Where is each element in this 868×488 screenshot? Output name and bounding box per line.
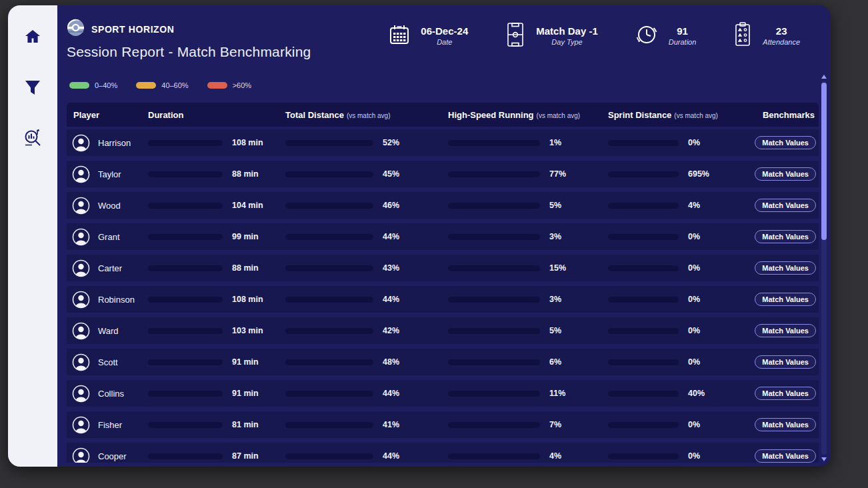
scroll-down-arrow-icon[interactable] (821, 457, 827, 461)
player-cell: Scott (67, 353, 148, 371)
match-values-button[interactable]: Match Values (755, 387, 816, 400)
stat-duration-value: 91 (677, 25, 688, 38)
player-cell: Carter (67, 259, 148, 277)
duration-bar (148, 453, 223, 459)
hsr-bar (448, 203, 540, 209)
search-analytics-icon (23, 128, 43, 148)
player-cell: Fisher (67, 416, 148, 434)
hsr-cell: 5% (448, 201, 608, 210)
col-header-duration: Duration (148, 110, 285, 120)
match-values-button[interactable]: Match Values (755, 230, 816, 243)
duration-value: 108 min (232, 138, 263, 147)
benchmarks-cell: Match Values (756, 136, 819, 149)
player-avatar-icon (72, 228, 90, 246)
col-header-hsr: High-Speed Running(vs match avg) (448, 110, 608, 120)
total-distance-value: 45% (383, 169, 399, 179)
total-distance-bar (285, 297, 373, 303)
legend-label: 0–40% (95, 81, 117, 89)
duration-value: 88 min (232, 169, 259, 179)
duration-cell: 87 min (148, 451, 285, 461)
match-values-button[interactable]: Match Values (755, 324, 816, 337)
benchmarks-cell: Match Values (756, 355, 819, 369)
sprint-distance-cell: 0% (608, 295, 756, 304)
stat-attendance-label: Attendance (763, 38, 800, 47)
total-distance-cell: 44% (285, 232, 448, 241)
duration-bar (148, 422, 223, 428)
sprint-distance-cell: 0% (608, 232, 756, 241)
sidebar (8, 5, 57, 467)
player-avatar-icon (72, 291, 90, 309)
total-distance-cell: 48% (285, 357, 448, 367)
total-distance-value: 41% (383, 420, 399, 429)
total-distance-bar (285, 171, 373, 177)
hsr-cell: 4% (448, 451, 608, 461)
table-header: Player Duration Total Distance(vs match … (67, 103, 819, 127)
benchmarks-cell: Match Values (756, 261, 819, 275)
duration-cell: 99 min (148, 232, 285, 241)
duration-value: 108 min (232, 295, 263, 304)
match-values-button[interactable]: Match Values (755, 199, 816, 212)
hsr-cell: 11% (448, 389, 608, 398)
sprint-distance-value: 0% (688, 232, 700, 241)
player-avatar-icon (72, 322, 90, 340)
hsr-bar (448, 265, 540, 271)
benchmarks-cell: Match Values (756, 387, 819, 400)
stat-date-value: 06-Dec-24 (421, 25, 468, 38)
table-row: Ward 103 min 42% 5% 0% Match Values (67, 317, 819, 344)
hsr-bar (448, 328, 540, 334)
total-distance-cell: 44% (285, 295, 448, 304)
scrollbar-thumb[interactable] (821, 83, 827, 240)
legend-color-pill (69, 82, 89, 89)
player-avatar-icon (72, 385, 90, 403)
hsr-bar (448, 422, 540, 428)
app-window: SPORT HORIZON Session Report - Match Ben… (8, 5, 831, 467)
duration-cell: 88 min (148, 263, 285, 273)
stat-day-type-label: Day Type (551, 38, 582, 47)
benchmarks-cell: Match Values (756, 293, 819, 306)
match-values-button[interactable]: Match Values (755, 449, 816, 463)
stat-attendance: 23 Attendance (732, 21, 800, 51)
duration-bar (148, 328, 223, 334)
hsr-bar (448, 359, 540, 365)
match-values-button[interactable]: Match Values (755, 418, 816, 431)
hsr-bar (448, 391, 540, 397)
stat-date-label: Date (437, 38, 452, 47)
table-body: Harrison 108 min 52% 1% 0% Match Values (67, 129, 819, 463)
sprint-distance-bar (608, 297, 679, 303)
hsr-cell: 7% (448, 420, 608, 429)
sidebar-item-search-analytics[interactable] (21, 127, 44, 149)
match-values-button[interactable]: Match Values (755, 261, 816, 275)
duration-bar (148, 171, 223, 177)
sprint-distance-value: 695% (688, 169, 709, 179)
sprint-distance-value: 0% (688, 420, 700, 429)
player-name: Scott (98, 357, 118, 367)
sidebar-item-filter[interactable] (21, 76, 44, 99)
hsr-cell: 15% (448, 263, 608, 273)
total-distance-bar (285, 328, 373, 334)
sprint-distance-cell: 0% (608, 326, 756, 335)
hsr-bar (448, 140, 540, 146)
duration-bar (148, 391, 223, 397)
table-row: Scott 91 min 48% 6% 0% Match Values (67, 349, 819, 375)
player-name: Collins (98, 389, 124, 399)
hsr-cell: 5% (448, 326, 608, 335)
total-distance-value: 42% (383, 326, 399, 335)
player-cell: Ward (67, 322, 148, 340)
match-values-button[interactable]: Match Values (755, 167, 816, 181)
home-icon (23, 27, 42, 46)
benchmark-table: Player Duration Total Distance(vs match … (67, 103, 819, 463)
duration-value: 103 min (232, 326, 263, 335)
match-values-button[interactable]: Match Values (755, 293, 816, 306)
main-panel: SPORT HORIZON Session Report - Match Ben… (57, 5, 831, 467)
scroll-up-arrow-icon[interactable] (821, 75, 827, 79)
match-values-button[interactable]: Match Values (755, 136, 816, 149)
duration-value: 88 min (232, 263, 259, 273)
total-distance-cell: 52% (285, 138, 448, 147)
table-row: Robinson 108 min 44% 3% 0% Match Values (67, 286, 819, 313)
hsr-cell: 1% (448, 138, 608, 147)
total-distance-cell: 44% (285, 389, 448, 398)
sidebar-item-home[interactable] (21, 25, 44, 48)
legend-label: >60% (233, 81, 251, 89)
legend: 0–40% 40–60% >60% (69, 81, 251, 89)
match-values-button[interactable]: Match Values (755, 355, 816, 369)
